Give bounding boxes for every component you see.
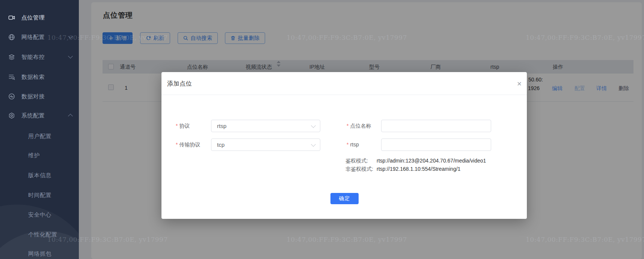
sidebar-item-smart-control[interactable]: 智能布控 — [0, 50, 79, 65]
rtsp-input-wrap — [381, 139, 491, 151]
sidebar-subitem-label: 时间配置 — [28, 192, 51, 198]
auth-mode-label: 鉴权模式: — [345, 158, 368, 164]
sidebar-subitem-label: 个性化配置 — [28, 231, 57, 238]
required-marker: * — [176, 123, 178, 129]
sidebar-item-data-search[interactable]: 数据检索 — [0, 69, 79, 84]
required-marker: * — [347, 142, 348, 148]
modal-header-divider — [161, 95, 527, 95]
sidebar-subitem-time-config[interactable]: 时间配置 — [28, 190, 51, 201]
sidebar-subitem-label: 版本信息 — [28, 172, 51, 178]
gear-icon — [8, 112, 15, 119]
chevron-down-icon — [68, 54, 73, 59]
data-link-icon — [8, 93, 15, 100]
sidebar-subitem-label: 用户配置 — [28, 133, 51, 139]
app-window: 点位管理 网络配置 智能布控 数据检索 — [0, 0, 644, 259]
site-name-label: *点位名称 — [347, 123, 371, 130]
sidebar-item-label: 智能布控 — [21, 54, 45, 61]
site-name-input[interactable] — [382, 120, 491, 132]
sidebar-item-label: 数据检索 — [21, 74, 45, 81]
chevron-up-icon — [68, 114, 73, 119]
rtsp-label: *rtsp — [347, 142, 359, 148]
sidebar-item-site-management[interactable]: 点位管理 — [0, 10, 79, 25]
chevron-down-icon — [311, 123, 316, 128]
auth-mode-url: rtsp://admin:123@204.204.70.67/media/vid… — [377, 158, 486, 164]
sidebar-item-system-config[interactable]: 系统配置 — [0, 108, 79, 123]
transport-select[interactable]: tcp — [211, 139, 320, 151]
sidebar-subitem-packet-capture[interactable]: 网络抓包 — [28, 248, 51, 259]
chevron-down-icon — [311, 142, 316, 147]
sidebar-subitem-label: 维护 — [28, 152, 40, 158]
layers-icon — [8, 54, 15, 60]
sidebar-item-data-docking[interactable]: 数据对接 — [0, 89, 79, 104]
sidebar-item-label: 点位管理 — [21, 14, 45, 21]
sidebar-subitem-user-config[interactable]: 用户配置 — [28, 131, 51, 142]
sidebar-item-label: 网络配置 — [21, 34, 45, 41]
sidebar: 点位管理 网络配置 智能布控 数据检索 — [0, 0, 79, 259]
close-icon[interactable]: ✕ — [514, 79, 524, 89]
transport-select-value: tcp — [217, 139, 225, 151]
rtsp-input[interactable] — [382, 139, 491, 151]
sidebar-subitem-personalization[interactable]: 个性化配置 — [28, 229, 57, 240]
confirm-button[interactable]: 确定 — [330, 193, 359, 204]
noauth-mode-url: rtsp://192.168.1.10:554/Streaming/1 — [377, 166, 460, 172]
camera-icon — [8, 14, 15, 21]
sidebar-subitem-version-info[interactable]: 版本信息 — [28, 170, 51, 181]
sidebar-subitem-maintenance[interactable]: 维护 — [28, 150, 40, 161]
protocol-select-value: rtsp — [217, 120, 226, 132]
protocol-select[interactable]: rtsp — [211, 120, 320, 132]
sidebar-item-network-config[interactable]: 网络配置 — [0, 30, 79, 45]
sidebar-item-label: 数据对接 — [21, 93, 45, 100]
sidebar-subitem-label: 网络抓包 — [28, 250, 51, 257]
globe-icon — [8, 34, 15, 41]
site-name-input-wrap — [381, 120, 491, 132]
required-marker: * — [347, 123, 348, 129]
sidebar-item-label: 系统配置 — [21, 112, 45, 119]
sidebar-subitem-security-center[interactable]: 安全中心 — [28, 209, 51, 220]
noauth-mode-label: 非鉴权模式: — [345, 166, 373, 173]
required-marker: * — [176, 142, 178, 148]
add-site-modal: 添加点位 ✕ *协议 rtsp *点位名称 *传输协议 tcp *rtsp — [161, 72, 527, 219]
modal-title: 添加点位 — [167, 80, 192, 88]
transport-label: *传输协议 — [176, 142, 200, 148]
sidebar-subitem-label: 安全中心 — [28, 211, 51, 218]
protocol-label: *协议 — [176, 123, 190, 130]
chevron-down-icon — [68, 34, 73, 39]
search-list-icon — [8, 74, 15, 80]
